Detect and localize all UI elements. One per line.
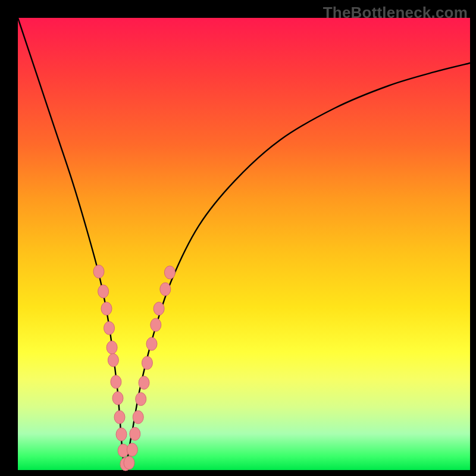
chart-frame: TheBottleneck.com bbox=[0, 0, 476, 476]
data-marker bbox=[164, 266, 175, 279]
data-marker bbox=[124, 456, 134, 469]
curve-layer bbox=[18, 18, 470, 470]
data-marker bbox=[108, 353, 118, 367]
data-marker bbox=[133, 411, 143, 424]
data-marker bbox=[93, 265, 104, 278]
data-marker bbox=[151, 318, 161, 331]
data-marker bbox=[136, 393, 146, 406]
marker-group bbox=[93, 265, 175, 471]
data-marker bbox=[116, 428, 127, 441]
data-marker bbox=[114, 411, 125, 424]
watermark-text: TheBottleneck.com bbox=[323, 4, 468, 22]
data-marker bbox=[139, 376, 149, 389]
data-marker bbox=[160, 283, 171, 296]
data-marker bbox=[112, 392, 123, 405]
data-marker bbox=[104, 321, 115, 334]
bottleneck-curve bbox=[18, 18, 470, 467]
data-marker bbox=[127, 443, 137, 456]
data-marker bbox=[130, 427, 140, 440]
data-marker bbox=[107, 341, 117, 354]
data-marker bbox=[154, 302, 164, 315]
plot-area bbox=[18, 18, 470, 470]
data-marker bbox=[101, 302, 112, 315]
data-marker bbox=[98, 285, 109, 298]
data-marker bbox=[111, 375, 121, 389]
data-marker bbox=[146, 337, 157, 350]
data-marker bbox=[142, 356, 152, 369]
